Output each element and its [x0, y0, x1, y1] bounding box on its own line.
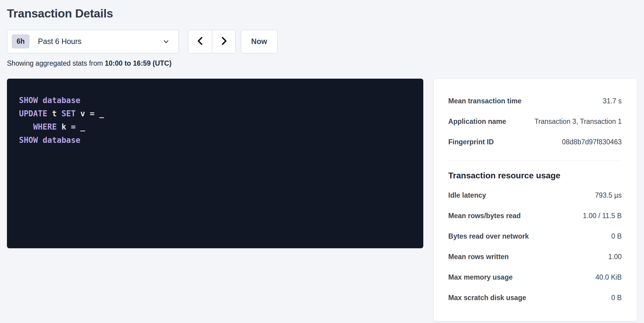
sql-keyword: SET — [62, 109, 76, 118]
resource-usage-section-title: Transaction resource usage — [448, 170, 622, 181]
chevron-right-icon — [219, 36, 229, 47]
sql-line: WHERE k = _ — [19, 120, 411, 133]
sql-identifier: k = _ — [57, 122, 85, 131]
now-button[interactable]: Now — [241, 30, 277, 53]
stat-row-max-memory-usage: Max memory usage 40.0 KiB — [448, 267, 622, 288]
next-time-window-button[interactable] — [212, 30, 235, 53]
stat-label: Bytes read over network — [448, 232, 535, 240]
stat-label: Application name — [448, 118, 512, 126]
time-controls: 6h Past 6 Hours — [7, 30, 637, 53]
stat-row-mean-transaction-time: Mean transaction time 31.7 s — [448, 91, 622, 111]
stat-label: Mean rows written — [448, 253, 515, 261]
card-divider — [448, 160, 622, 161]
aggregation-range-text: Showing aggregated stats from 10:00 to 1… — [7, 59, 637, 67]
aggregation-range-value: 10:00 to 16:59 (UTC) — [105, 59, 172, 67]
stat-row-fingerprint-id: Fingerprint ID 08d8b7d97f830463 — [448, 132, 622, 152]
stat-row-idle-latency: Idle latency 793.5 µs — [448, 185, 622, 206]
stat-label: Max memory usage — [448, 273, 519, 281]
time-range-selected: Past 6 Hours — [38, 37, 162, 46]
sql-line: SHOW database — [19, 94, 411, 107]
transaction-details-page: Transaction Details 6h Past 6 Hours — [0, 0, 644, 321]
chevron-down-icon — [162, 38, 170, 45]
time-window-nav — [188, 30, 236, 53]
stat-value: Transaction 3, Transaction 1 — [535, 118, 622, 126]
sql-identifier: v = _ — [76, 109, 104, 118]
time-range-badge: 6h — [12, 34, 30, 49]
sql-statement-box: SHOW databaseUPDATE t SET v = _ WHERE k … — [7, 79, 423, 248]
stat-value: 1.00 — [608, 253, 622, 261]
sql-keyword: WHERE — [33, 122, 57, 131]
chevron-left-icon — [196, 36, 205, 47]
stat-row-mean-rows-written: Mean rows written 1.00 — [448, 247, 622, 267]
stat-value: 31.7 s — [603, 97, 622, 105]
main-content: SHOW databaseUPDATE t SET v = _ WHERE k … — [7, 79, 637, 321]
sql-identifier: t — [47, 109, 62, 118]
stat-value: 0 B — [611, 232, 622, 240]
stat-value: 1.00 / 11.5 B — [583, 212, 622, 220]
stat-value: 0 B — [611, 294, 622, 302]
sql-line: UPDATE t SET v = _ — [19, 107, 411, 120]
stat-row-application-name: Application name Transaction 3, Transact… — [448, 111, 622, 132]
stat-row-mean-rows-bytes-read: Mean rows/bytes read 1.00 / 11.5 B — [448, 206, 622, 226]
transaction-stats-card: Mean transaction time 31.7 s Application… — [434, 79, 637, 321]
sql-indent — [19, 122, 33, 131]
time-range-dropdown[interactable]: 6h Past 6 Hours — [7, 30, 179, 53]
stat-label: Max scratch disk usage — [448, 294, 532, 302]
sql-line: SHOW database — [19, 133, 411, 147]
stat-value: 40.0 KiB — [595, 273, 622, 281]
stat-label: Idle latency — [448, 191, 492, 199]
stat-label: Mean transaction time — [448, 97, 528, 105]
stat-label: Fingerprint ID — [448, 138, 500, 146]
stat-label: Mean rows/bytes read — [448, 212, 527, 220]
stat-row-max-scratch-disk-usage: Max scratch disk usage 0 B — [448, 288, 622, 308]
stat-row-bytes-read-over-network: Bytes read over network 0 B — [448, 226, 622, 247]
stat-value: 08d8b7d97f830463 — [562, 138, 622, 146]
stat-value: 793.5 µs — [595, 191, 622, 199]
page-title: Transaction Details — [7, 7, 637, 21]
previous-time-window-button[interactable] — [188, 30, 212, 53]
sql-keyword: UPDATE — [19, 109, 47, 118]
aggregation-range-prefix: Showing aggregated stats from — [7, 59, 105, 67]
sql-keyword: SHOW database — [19, 96, 80, 105]
sql-keyword: SHOW database — [19, 136, 80, 145]
